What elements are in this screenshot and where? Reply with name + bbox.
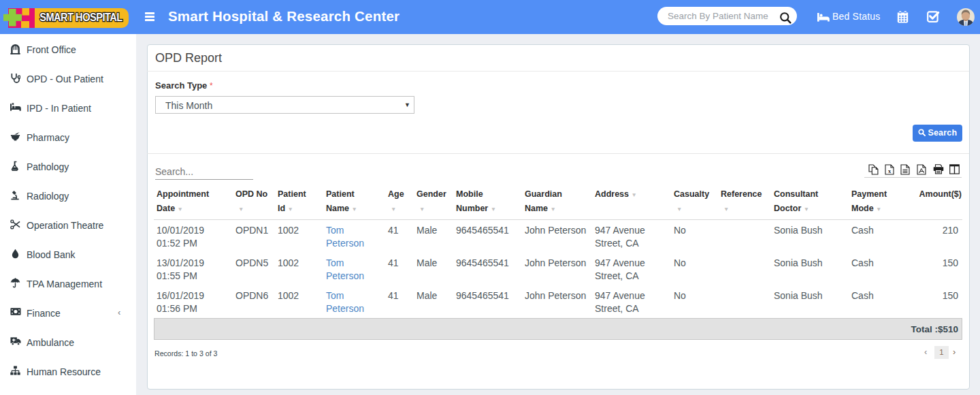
svg-text:SMART HOSPITAL: SMART HOSPITAL xyxy=(39,12,123,24)
